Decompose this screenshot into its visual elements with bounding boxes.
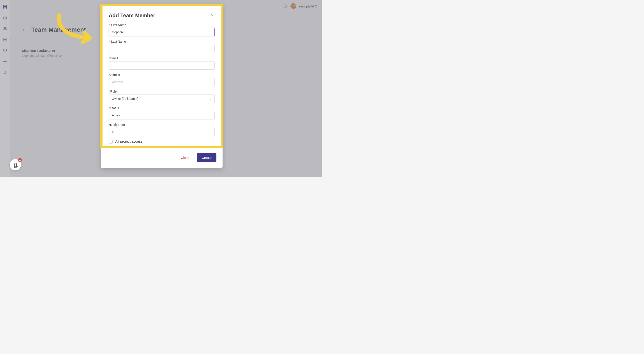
all-project-access-checkbox[interactable] [109, 140, 112, 144]
hourly-rate-input[interactable] [109, 128, 215, 136]
close-icon[interactable]: ✕ [210, 12, 215, 19]
hourly-rate-label: Hourly Rate [109, 123, 215, 127]
currency-prefix: $ [112, 130, 114, 134]
chevron-down-icon: ⌄ [210, 114, 212, 117]
email-label-text: Email [110, 56, 118, 60]
role-select[interactable]: Owner (Full Admin) ⌄ [109, 95, 215, 103]
role-label-text: Role [110, 90, 116, 93]
modal-title: Add Team Member [109, 12, 155, 18]
help-widget-icon: g [13, 161, 17, 168]
help-widget-badge: 4 [18, 158, 22, 162]
help-widget-dot [17, 166, 18, 167]
address-label: Address [109, 73, 215, 77]
address-input[interactable] [109, 78, 215, 86]
last-name-label-text: Last Name [111, 40, 126, 43]
last-name-input[interactable] [109, 45, 215, 53]
role-value: Owner (Full Admin) [112, 97, 138, 100]
role-label: *Role [109, 90, 215, 93]
status-value: Active [112, 114, 120, 117]
help-widget[interactable]: g 4 [10, 159, 21, 171]
all-project-access-label: All project access [115, 140, 142, 144]
modal-highlight-border: Add Team Member ✕ * First Name * Last Na… [100, 4, 223, 148]
add-team-member-modal: Add Team Member ✕ * First Name * Last Na… [101, 4, 222, 168]
status-label: *Status [109, 106, 215, 110]
last-name-label: * Last Name [109, 40, 215, 43]
status-label-text: Status [110, 106, 119, 110]
email-input[interactable] [109, 61, 215, 70]
create-button[interactable]: Create [197, 153, 216, 162]
chevron-down-icon: ⌄ [210, 97, 212, 100]
first-name-label: * First Name [109, 23, 215, 27]
first-name-label-text: First Name [111, 23, 126, 27]
email-label: *Email [109, 56, 215, 60]
close-button[interactable]: Close [176, 153, 194, 162]
first-name-input[interactable] [109, 28, 215, 36]
status-select[interactable]: Active ⌄ [109, 111, 215, 120]
